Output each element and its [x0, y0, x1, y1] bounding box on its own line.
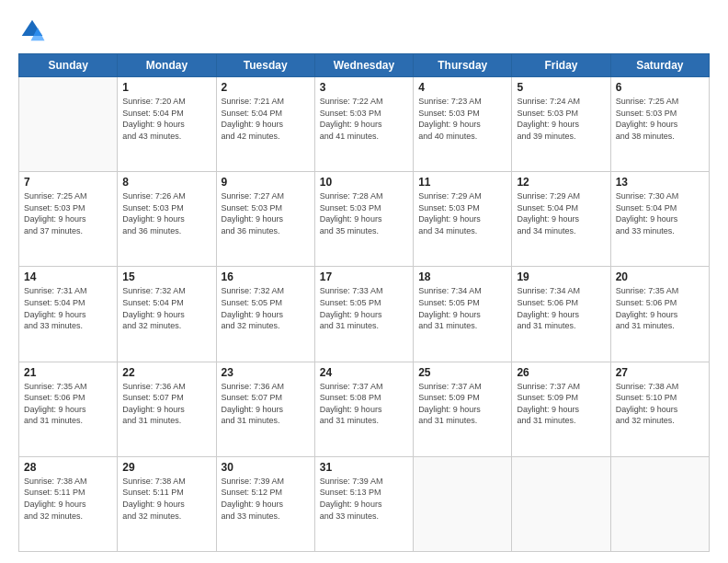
calendar-cell — [512, 456, 610, 551]
day-info: Sunrise: 7:37 AM Sunset: 5:09 PM Dayligh… — [418, 381, 506, 427]
header — [18, 17, 710, 44]
calendar-cell: 25Sunrise: 7:37 AM Sunset: 5:09 PM Dayli… — [414, 362, 512, 456]
calendar-header-wednesday: Wednesday — [314, 54, 413, 77]
calendar-cell: 28Sunrise: 7:38 AM Sunset: 5:11 PM Dayli… — [19, 456, 118, 551]
day-info: Sunrise: 7:22 AM Sunset: 5:03 PM Dayligh… — [320, 96, 408, 142]
day-number: 2 — [222, 81, 310, 94]
logo — [18, 17, 50, 44]
day-info: Sunrise: 7:36 AM Sunset: 5:07 PM Dayligh… — [122, 381, 210, 427]
day-info: Sunrise: 7:36 AM Sunset: 5:07 PM Dayligh… — [222, 381, 310, 427]
calendar-header-friday: Friday — [512, 54, 610, 77]
calendar-cell — [19, 77, 118, 172]
calendar-cell — [414, 456, 512, 551]
calendar-cell: 29Sunrise: 7:38 AM Sunset: 5:11 PM Dayli… — [118, 456, 216, 551]
day-info: Sunrise: 7:31 AM Sunset: 5:04 PM Dayligh… — [24, 285, 112, 331]
calendar-week-row: 28Sunrise: 7:38 AM Sunset: 5:11 PM Dayli… — [19, 456, 710, 551]
calendar-cell: 3Sunrise: 7:22 AM Sunset: 5:03 PM Daylig… — [314, 77, 413, 172]
calendar-cell: 10Sunrise: 7:28 AM Sunset: 5:03 PM Dayli… — [314, 172, 413, 267]
day-number: 16 — [222, 270, 310, 283]
calendar-cell: 1Sunrise: 7:20 AM Sunset: 5:04 PM Daylig… — [118, 77, 216, 172]
day-number: 11 — [418, 176, 506, 189]
day-number: 17 — [320, 270, 408, 283]
day-info: Sunrise: 7:34 AM Sunset: 5:06 PM Dayligh… — [517, 285, 605, 331]
calendar-cell: 8Sunrise: 7:26 AM Sunset: 5:03 PM Daylig… — [118, 172, 216, 267]
day-info: Sunrise: 7:33 AM Sunset: 5:05 PM Dayligh… — [320, 285, 408, 331]
calendar-cell: 18Sunrise: 7:34 AM Sunset: 5:05 PM Dayli… — [414, 267, 512, 362]
day-number: 8 — [122, 176, 210, 189]
calendar-header-sunday: Sunday — [19, 54, 118, 77]
calendar-header-saturday: Saturday — [610, 54, 709, 77]
calendar-cell: 31Sunrise: 7:39 AM Sunset: 5:13 PM Dayli… — [314, 456, 413, 551]
calendar-cell — [610, 456, 709, 551]
calendar-cell: 19Sunrise: 7:34 AM Sunset: 5:06 PM Dayli… — [512, 267, 610, 362]
calendar-cell: 23Sunrise: 7:36 AM Sunset: 5:07 PM Dayli… — [216, 362, 314, 456]
calendar-cell: 27Sunrise: 7:38 AM Sunset: 5:10 PM Dayli… — [610, 362, 709, 456]
day-info: Sunrise: 7:35 AM Sunset: 5:06 PM Dayligh… — [24, 381, 112, 427]
day-number: 7 — [24, 176, 112, 189]
day-number: 27 — [616, 366, 704, 379]
day-info: Sunrise: 7:28 AM Sunset: 5:03 PM Dayligh… — [320, 190, 408, 236]
day-info: Sunrise: 7:38 AM Sunset: 5:11 PM Dayligh… — [122, 476, 210, 522]
day-number: 15 — [122, 270, 210, 283]
calendar-cell: 24Sunrise: 7:37 AM Sunset: 5:08 PM Dayli… — [314, 362, 413, 456]
day-info: Sunrise: 7:29 AM Sunset: 5:03 PM Dayligh… — [418, 190, 506, 236]
day-info: Sunrise: 7:27 AM Sunset: 5:03 PM Dayligh… — [222, 190, 310, 236]
day-info: Sunrise: 7:25 AM Sunset: 5:03 PM Dayligh… — [24, 190, 112, 236]
day-number: 9 — [222, 176, 310, 189]
calendar-cell: 21Sunrise: 7:35 AM Sunset: 5:06 PM Dayli… — [19, 362, 118, 456]
day-info: Sunrise: 7:38 AM Sunset: 5:11 PM Dayligh… — [24, 476, 112, 522]
day-number: 3 — [320, 81, 408, 94]
calendar-cell: 13Sunrise: 7:30 AM Sunset: 5:04 PM Dayli… — [610, 172, 709, 267]
day-number: 14 — [24, 270, 112, 283]
page: SundayMondayTuesdayWednesdayThursdayFrid… — [0, 0, 728, 563]
calendar-cell: 16Sunrise: 7:32 AM Sunset: 5:05 PM Dayli… — [216, 267, 314, 362]
day-info: Sunrise: 7:39 AM Sunset: 5:13 PM Dayligh… — [320, 476, 408, 522]
day-number: 24 — [320, 366, 408, 379]
calendar-cell: 9Sunrise: 7:27 AM Sunset: 5:03 PM Daylig… — [216, 172, 314, 267]
calendar-header-monday: Monday — [118, 54, 216, 77]
logo-icon — [18, 17, 46, 44]
day-number: 4 — [418, 81, 506, 94]
calendar-cell: 20Sunrise: 7:35 AM Sunset: 5:06 PM Dayli… — [610, 267, 709, 362]
day-number: 20 — [616, 270, 704, 283]
day-number: 30 — [222, 461, 310, 474]
day-number: 19 — [517, 270, 605, 283]
day-number: 13 — [616, 176, 704, 189]
calendar-cell: 7Sunrise: 7:25 AM Sunset: 5:03 PM Daylig… — [19, 172, 118, 267]
day-info: Sunrise: 7:37 AM Sunset: 5:09 PM Dayligh… — [517, 381, 605, 427]
calendar-cell: 2Sunrise: 7:21 AM Sunset: 5:04 PM Daylig… — [216, 77, 314, 172]
calendar-cell: 17Sunrise: 7:33 AM Sunset: 5:05 PM Dayli… — [314, 267, 413, 362]
day-number: 5 — [517, 81, 605, 94]
calendar-cell: 6Sunrise: 7:25 AM Sunset: 5:03 PM Daylig… — [610, 77, 709, 172]
calendar-cell: 14Sunrise: 7:31 AM Sunset: 5:04 PM Dayli… — [19, 267, 118, 362]
day-info: Sunrise: 7:20 AM Sunset: 5:04 PM Dayligh… — [122, 96, 210, 142]
calendar-cell: 11Sunrise: 7:29 AM Sunset: 5:03 PM Dayli… — [414, 172, 512, 267]
day-info: Sunrise: 7:29 AM Sunset: 5:04 PM Dayligh… — [517, 190, 605, 236]
day-number: 28 — [24, 461, 112, 474]
day-number: 12 — [517, 176, 605, 189]
calendar-week-row: 21Sunrise: 7:35 AM Sunset: 5:06 PM Dayli… — [19, 362, 710, 456]
day-info: Sunrise: 7:26 AM Sunset: 5:03 PM Dayligh… — [122, 190, 210, 236]
day-info: Sunrise: 7:23 AM Sunset: 5:03 PM Dayligh… — [418, 96, 506, 142]
day-info: Sunrise: 7:34 AM Sunset: 5:05 PM Dayligh… — [418, 285, 506, 331]
day-info: Sunrise: 7:32 AM Sunset: 5:05 PM Dayligh… — [222, 285, 310, 331]
day-number: 26 — [517, 366, 605, 379]
day-number: 10 — [320, 176, 408, 189]
calendar-cell: 22Sunrise: 7:36 AM Sunset: 5:07 PM Dayli… — [118, 362, 216, 456]
day-info: Sunrise: 7:21 AM Sunset: 5:04 PM Dayligh… — [222, 96, 310, 142]
calendar-cell: 5Sunrise: 7:24 AM Sunset: 5:03 PM Daylig… — [512, 77, 610, 172]
day-number: 23 — [222, 366, 310, 379]
day-info: Sunrise: 7:24 AM Sunset: 5:03 PM Dayligh… — [517, 96, 605, 142]
day-number: 21 — [24, 366, 112, 379]
day-number: 25 — [418, 366, 506, 379]
calendar-header-row: SundayMondayTuesdayWednesdayThursdayFrid… — [19, 54, 710, 77]
day-info: Sunrise: 7:32 AM Sunset: 5:04 PM Dayligh… — [122, 285, 210, 331]
day-number: 18 — [418, 270, 506, 283]
day-number: 6 — [616, 81, 704, 94]
day-info: Sunrise: 7:39 AM Sunset: 5:12 PM Dayligh… — [222, 476, 310, 522]
calendar-cell: 4Sunrise: 7:23 AM Sunset: 5:03 PM Daylig… — [414, 77, 512, 172]
day-number: 29 — [122, 461, 210, 474]
calendar-cell: 12Sunrise: 7:29 AM Sunset: 5:04 PM Dayli… — [512, 172, 610, 267]
calendar-week-row: 1Sunrise: 7:20 AM Sunset: 5:04 PM Daylig… — [19, 77, 710, 172]
day-info: Sunrise: 7:30 AM Sunset: 5:04 PM Dayligh… — [616, 190, 704, 236]
